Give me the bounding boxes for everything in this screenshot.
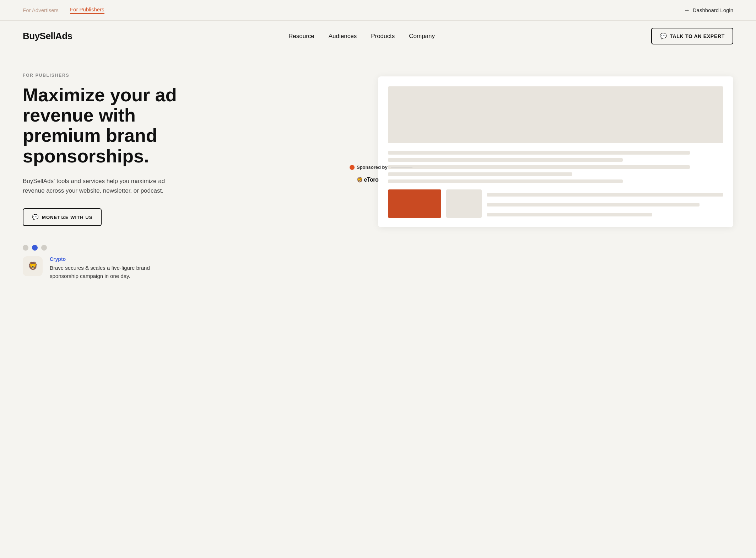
case-study-description: Brave secures & scales a five-figure bra… xyxy=(50,264,171,280)
top-bar: For Advertisers For Publishers → Dashboa… xyxy=(0,0,756,21)
mock-bottom-line-3 xyxy=(487,213,652,216)
mock-line-2 xyxy=(388,158,623,162)
chat-icon: 💬 xyxy=(660,33,667,39)
nav-products[interactable]: Products xyxy=(371,33,395,40)
for-publishers-link[interactable]: For Publishers xyxy=(70,6,104,14)
hero-chat-icon: 💬 xyxy=(32,214,39,220)
slider-dot-2[interactable] xyxy=(32,245,38,251)
top-bar-left: For Advertisers For Publishers xyxy=(23,6,104,14)
sponsored-logo: 🦁 eToro xyxy=(357,171,378,184)
case-study-tag: Crypto xyxy=(50,256,733,262)
for-advertisers-link[interactable]: For Advertisers xyxy=(23,7,59,13)
sponsored-text: Sponsored by xyxy=(357,165,388,170)
nav-company[interactable]: Company xyxy=(409,33,435,40)
mock-image-placeholder xyxy=(388,86,723,143)
login-icon: → xyxy=(684,7,690,14)
mock-bottom-section xyxy=(388,189,723,220)
dashboard-login-link[interactable]: → Dashboard Login xyxy=(684,7,733,14)
nav-resource[interactable]: Resource xyxy=(288,33,314,40)
nav-audiences[interactable]: Audiences xyxy=(329,33,357,40)
dashboard-login-label: Dashboard Login xyxy=(693,7,733,13)
hero-section: FOR PUBLISHERS Maximize your ad revenue … xyxy=(0,52,756,241)
sponsored-dot xyxy=(350,165,355,170)
slider-dot-3[interactable] xyxy=(41,245,47,251)
mock-side-block xyxy=(446,189,482,218)
hero-cta-label: MONETIZE WITH US xyxy=(42,215,92,220)
mock-line-3 xyxy=(388,165,690,169)
mock-bottom-lines xyxy=(487,189,723,220)
nav-cta-label: TALK TO AN EXPERT xyxy=(670,33,725,39)
talk-to-expert-button[interactable]: 💬 TALK TO AN EXPERT xyxy=(651,28,733,44)
hero-eyebrow: FOR PUBLISHERS xyxy=(23,73,207,78)
mock-bottom-line-1 xyxy=(487,193,723,197)
monetize-with-us-button[interactable]: 💬 MONETIZE WITH US xyxy=(23,208,102,226)
case-study-text: Crypto Brave secures & scales a five-fig… xyxy=(50,256,733,280)
slider-dots xyxy=(23,245,733,251)
main-nav: BuySellAds Resource Audiences Products C… xyxy=(0,21,756,52)
sponsored-label: Sponsored by xyxy=(350,165,412,170)
connector-line xyxy=(391,167,412,167)
logo[interactable]: BuySellAds xyxy=(23,31,72,42)
hero-title: Maximize your ad revenue with premium br… xyxy=(23,85,207,166)
mock-line-4 xyxy=(388,172,572,176)
case-study-item: 🦁 Crypto Brave secures & scales a five-f… xyxy=(23,256,733,280)
brave-logo-icon: 🦁 xyxy=(28,262,38,271)
case-study-logo: 🦁 xyxy=(23,256,43,276)
mock-ad-block xyxy=(388,189,441,218)
case-study-section: 🦁 Crypto Brave secures & scales a five-f… xyxy=(0,241,756,294)
hero-right: Sponsored by 🦁 eToro xyxy=(378,76,733,227)
slider-dot-1[interactable] xyxy=(23,245,28,251)
mock-bottom-line-2 xyxy=(487,203,700,206)
mock-line-5 xyxy=(388,179,623,183)
sponsored-badge: Sponsored by 🦁 eToro xyxy=(350,165,412,184)
nav-links: Resource Audiences Products Company xyxy=(288,33,435,40)
etoro-logo-text: eToro xyxy=(364,177,378,183)
ad-mockup-card xyxy=(378,76,733,227)
hero-description: BuySellAds' tools and services help you … xyxy=(23,176,172,195)
hero-left: FOR PUBLISHERS Maximize your ad revenue … xyxy=(23,73,207,226)
mock-line-1 xyxy=(388,151,690,155)
